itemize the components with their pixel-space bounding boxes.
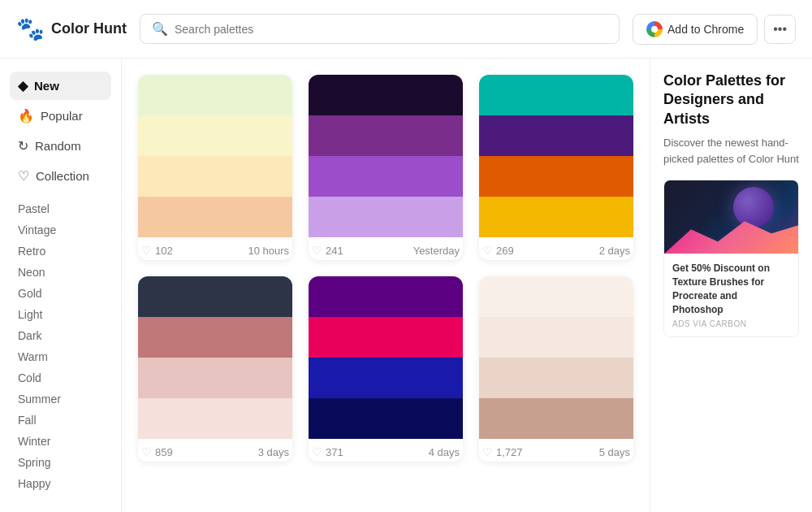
tag-spring[interactable]: Spring [10, 452, 111, 473]
nav-label-popular: Popular [41, 109, 83, 123]
time-1: 10 hours [248, 245, 289, 257]
nav-item-collection[interactable]: ♡ Collection [10, 162, 111, 190]
tag-cold[interactable]: Cold [10, 367, 111, 388]
swatch-2-1 [309, 75, 463, 115]
time-4: 3 days [258, 446, 289, 458]
palette-swatches-1 [138, 75, 292, 237]
search-input[interactable] [175, 23, 607, 36]
add-chrome-label: Add to Chrome [667, 23, 744, 36]
swatch-6-1 [479, 276, 633, 317]
palette-likes-5: ♡ 371 [312, 445, 343, 458]
time-6: 5 days [599, 446, 630, 458]
palette-swatches-4 [138, 276, 292, 439]
collection-icon: ♡ [18, 168, 29, 184]
chrome-icon [646, 21, 663, 37]
tag-warm[interactable]: Warm [10, 346, 111, 367]
ad-mountain-shape [664, 213, 798, 254]
tag-fall[interactable]: Fall [10, 410, 111, 431]
swatch-4-3 [138, 358, 292, 398]
ad-image [664, 180, 798, 254]
swatch-5-1 [309, 276, 463, 317]
popular-icon: 🔥 [18, 108, 34, 124]
logo-icon: 🐾 [16, 15, 45, 42]
heart-icon-6: ♡ [482, 445, 493, 458]
swatch-6-3 [479, 358, 633, 398]
heart-icon-4: ♡ [141, 445, 152, 458]
swatch-5-3 [309, 358, 463, 398]
palette-likes-1: ♡ 102 [141, 244, 173, 257]
swatch-3-4 [479, 197, 633, 237]
logo-text: Color Hunt [51, 20, 127, 37]
like-count-2: 241 [326, 245, 343, 257]
like-count-3: 269 [496, 245, 514, 257]
heart-icon-1: ♡ [141, 244, 152, 257]
tag-neon[interactable]: Neon [10, 262, 111, 283]
palette-footer-4: ♡ 859 3 days [138, 439, 292, 462]
palette-card-2[interactable]: ♡ 241 Yesterday [309, 75, 463, 260]
swatch-6-2 [479, 317, 633, 358]
heart-icon-2: ♡ [312, 244, 322, 257]
palette-card-3[interactable]: ♡ 269 2 days [479, 75, 633, 260]
swatch-1-4 [138, 197, 292, 237]
swatch-1-1 [138, 75, 292, 115]
swatch-2-4 [309, 197, 463, 237]
add-to-chrome-button[interactable]: Add to Chrome [633, 14, 758, 45]
swatch-4-1 [138, 276, 292, 317]
nav-item-random[interactable]: ↻ Random [10, 132, 111, 160]
tag-gold[interactable]: Gold [10, 283, 111, 304]
swatch-1-3 [138, 156, 292, 197]
like-count-6: 1,727 [496, 446, 523, 458]
swatch-2-3 [309, 156, 463, 197]
search-bar: 🔍 [140, 14, 620, 44]
more-options-button[interactable]: ••• [764, 15, 796, 44]
palette-footer-2: ♡ 241 Yesterday [309, 237, 463, 260]
time-2: Yesterday [413, 245, 460, 257]
ad-planet [733, 187, 774, 228]
header: 🐾 Color Hunt 🔍 Add to Chrome ••• [0, 0, 812, 59]
tag-pastel[interactable]: Pastel [10, 198, 111, 219]
swatch-4-4 [138, 398, 292, 439]
tag-happy[interactable]: Happy [10, 473, 111, 494]
swatch-2-2 [309, 115, 463, 156]
new-icon: ◆ [18, 78, 28, 93]
palette-swatches-3 [479, 75, 633, 237]
palette-likes-6: ♡ 1,727 [482, 445, 523, 458]
palette-card-5[interactable]: ♡ 371 4 days [309, 276, 463, 462]
palette-card-4[interactable]: ♡ 859 3 days [138, 276, 292, 462]
main-layout: ◆ New 🔥 Popular ↻ Random ♡ Collection Pa… [0, 59, 812, 512]
ad-text: Get 50% Discount on Texture Brushes for … [672, 262, 790, 316]
palette-swatches-2 [309, 75, 463, 237]
palette-likes-2: ♡ 241 [312, 244, 343, 257]
header-right: Add to Chrome ••• [633, 14, 796, 45]
palette-footer-6: ♡ 1,727 5 days [479, 439, 633, 462]
like-count-4: 859 [155, 446, 173, 458]
nav-label-new: New [34, 79, 59, 93]
tag-vintage[interactable]: Vintage [10, 219, 111, 241]
ad-card[interactable]: Get 50% Discount on Texture Brushes for … [663, 180, 799, 337]
search-icon: 🔍 [152, 21, 168, 37]
swatch-4-2 [138, 317, 292, 358]
like-count-5: 371 [326, 446, 343, 458]
tag-retro[interactable]: Retro [10, 241, 111, 262]
panel-title: Color Palettes for Designers and Artists [663, 72, 799, 128]
palette-footer-5: ♡ 371 4 days [309, 439, 463, 462]
swatch-1-2 [138, 115, 292, 156]
swatch-3-2 [479, 115, 633, 156]
tag-dark[interactable]: Dark [10, 325, 111, 346]
palette-content: ♡ 102 10 hours ♡ 241 [122, 59, 650, 512]
palette-grid: ♡ 102 10 hours ♡ 241 [138, 75, 633, 462]
ad-body: Get 50% Discount on Texture Brushes for … [664, 254, 798, 336]
logo[interactable]: 🐾 Color Hunt [16, 15, 127, 42]
palette-footer-3: ♡ 269 2 days [479, 237, 633, 260]
swatch-5-4 [309, 398, 463, 439]
tag-light[interactable]: Light [10, 304, 111, 325]
nav-item-popular[interactable]: 🔥 Popular [10, 102, 111, 130]
palette-card-1[interactable]: ♡ 102 10 hours [138, 75, 292, 260]
nav-item-new[interactable]: ◆ New [10, 72, 111, 100]
palette-card-6[interactable]: ♡ 1,727 5 days [479, 276, 633, 462]
swatch-6-4 [479, 398, 633, 439]
palette-likes-3: ♡ 269 [482, 244, 514, 257]
tag-winter[interactable]: Winter [10, 431, 111, 452]
ad-source: ADS VIA CARBON [672, 319, 790, 328]
tag-summer[interactable]: Summer [10, 388, 111, 410]
